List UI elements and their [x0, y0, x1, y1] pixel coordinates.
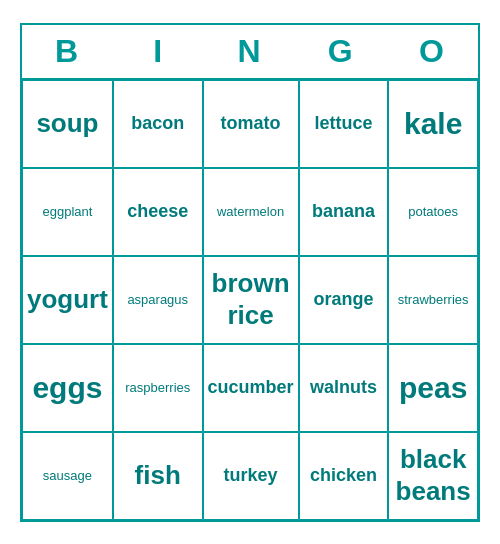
- header-letter: O: [387, 25, 478, 78]
- header-letter: B: [22, 25, 113, 78]
- header-letter: G: [296, 25, 387, 78]
- bingo-grid: soupbacontomatolettucekaleeggplantcheese…: [22, 78, 478, 520]
- header-letter: N: [204, 25, 295, 78]
- cell-text: potatoes: [408, 204, 458, 220]
- cell-text: eggplant: [43, 204, 93, 220]
- grid-cell: yogurt: [22, 256, 113, 344]
- header-letter: I: [113, 25, 204, 78]
- cell-text: walnuts: [310, 377, 377, 399]
- cell-text: black beans: [393, 444, 473, 506]
- grid-cell: watermelon: [203, 168, 299, 256]
- grid-cell: eggs: [22, 344, 113, 432]
- cell-text: chicken: [310, 465, 377, 487]
- cell-text: fish: [135, 460, 181, 491]
- cell-text: turkey: [224, 465, 278, 487]
- grid-cell: potatoes: [388, 168, 478, 256]
- cell-text: bacon: [131, 113, 184, 135]
- grid-cell: turkey: [203, 432, 299, 520]
- cell-text: kale: [404, 106, 462, 142]
- grid-cell: walnuts: [299, 344, 389, 432]
- cell-text: banana: [312, 201, 375, 223]
- bingo-header: BINGO: [22, 25, 478, 78]
- grid-cell: bacon: [113, 80, 203, 168]
- cell-text: strawberries: [398, 292, 469, 308]
- cell-text: yogurt: [27, 284, 108, 315]
- grid-cell: chicken: [299, 432, 389, 520]
- grid-cell: soup: [22, 80, 113, 168]
- grid-cell: tomato: [203, 80, 299, 168]
- grid-cell: cheese: [113, 168, 203, 256]
- cell-text: cucumber: [208, 377, 294, 399]
- cell-text: asparagus: [127, 292, 188, 308]
- grid-cell: fish: [113, 432, 203, 520]
- grid-cell: banana: [299, 168, 389, 256]
- cell-text: tomato: [221, 113, 281, 135]
- grid-cell: brown rice: [203, 256, 299, 344]
- grid-cell: black beans: [388, 432, 478, 520]
- grid-cell: kale: [388, 80, 478, 168]
- grid-cell: raspberries: [113, 344, 203, 432]
- grid-cell: strawberries: [388, 256, 478, 344]
- cell-text: peas: [399, 370, 467, 406]
- grid-cell: asparagus: [113, 256, 203, 344]
- cell-text: watermelon: [217, 204, 284, 220]
- bingo-card: BINGO soupbacontomatolettucekaleeggplant…: [20, 23, 480, 522]
- cell-text: raspberries: [125, 380, 190, 396]
- cell-text: brown rice: [208, 268, 294, 330]
- grid-cell: cucumber: [203, 344, 299, 432]
- cell-text: eggs: [32, 370, 102, 406]
- grid-cell: sausage: [22, 432, 113, 520]
- cell-text: lettuce: [314, 113, 372, 135]
- grid-cell: peas: [388, 344, 478, 432]
- cell-text: cheese: [127, 201, 188, 223]
- grid-cell: orange: [299, 256, 389, 344]
- grid-cell: lettuce: [299, 80, 389, 168]
- grid-cell: eggplant: [22, 168, 113, 256]
- cell-text: soup: [36, 108, 98, 139]
- cell-text: sausage: [43, 468, 92, 484]
- cell-text: orange: [313, 289, 373, 311]
